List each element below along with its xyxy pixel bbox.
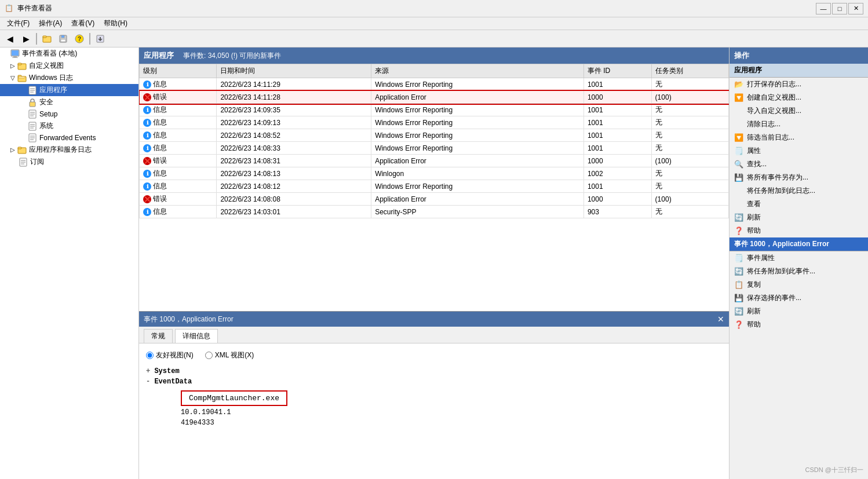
sidebar-item-security[interactable]: 安全 bbox=[0, 96, 138, 108]
sidebar-item-custom-views[interactable]: ▷ 自定义视图 bbox=[0, 60, 138, 72]
table-row[interactable]: ❌ 错误 2022/6/23 14:08:31 Application Erro… bbox=[140, 155, 729, 167]
table-row[interactable]: ❌ 错误 2022/6/23 14:11:28 Application Erro… bbox=[140, 91, 729, 104]
cell-datetime: 2022/6/23 14:11:28 bbox=[217, 91, 371, 104]
save-button[interactable] bbox=[56, 32, 71, 46]
radio-xml[interactable]: XML 视图(X) bbox=[205, 350, 254, 360]
sidebar-item-application[interactable]: 应用程序 bbox=[0, 84, 138, 96]
sidebar-item-subscriptions[interactable]: 订阅 bbox=[0, 156, 138, 168]
sidebar-label-forwarded-events: Forwarded Events bbox=[39, 134, 96, 142]
help-button[interactable]: ? bbox=[72, 32, 87, 46]
sidebar-item-setup[interactable]: Setup bbox=[0, 108, 138, 120]
cell-task: (100) bbox=[651, 193, 728, 206]
back-button[interactable]: ◀ bbox=[2, 32, 17, 46]
eventdata-label: EventData bbox=[154, 378, 192, 386]
table-row[interactable]: ℹ 信息 2022/6/23 14:08:33 Windows Error Re… bbox=[140, 142, 729, 155]
value1: 10.0.19041.1 bbox=[181, 408, 231, 416]
table-row[interactable]: ℹ 信息 2022/6/23 14:08:13 Winlogon 1002 无 bbox=[140, 167, 729, 180]
info-icon: ℹ bbox=[143, 131, 151, 140]
sidebar-item-system[interactable]: 系统 bbox=[0, 120, 138, 132]
export-button[interactable] bbox=[93, 32, 108, 46]
action-icon-copy: 📋 bbox=[734, 280, 743, 290]
action-item-attach-task-to-event[interactable]: 🔄将任务附加到此事件... bbox=[730, 265, 868, 278]
cell-source: Windows Error Reporting bbox=[371, 142, 584, 155]
table-row[interactable]: ℹ 信息 2022/6/23 14:11:29 Windows Error Re… bbox=[140, 78, 729, 91]
col-header-datetime[interactable]: 日期和时间 bbox=[217, 64, 371, 78]
cell-level: ℹ 信息 bbox=[140, 206, 217, 218]
action-item-clear-log[interactable]: 清除日志... bbox=[730, 118, 868, 131]
action-label-help2: 帮助 bbox=[747, 320, 761, 330]
cell-level: ℹ 信息 bbox=[140, 180, 217, 193]
cell-level: ℹ 信息 bbox=[140, 129, 217, 142]
open-folder-button[interactable] bbox=[39, 32, 54, 46]
eventdata-expand[interactable]: - bbox=[146, 378, 150, 386]
sidebar-label-windows-logs: Windows 日志 bbox=[29, 73, 73, 83]
menu-action[interactable]: 操作(A) bbox=[34, 17, 67, 30]
info-icon: ℹ bbox=[143, 170, 151, 178]
cell-datetime: 2022/6/23 14:09:35 bbox=[217, 104, 371, 116]
radio-xml-label: XML 视图(X) bbox=[215, 350, 254, 360]
cell-eventid: 1001 bbox=[583, 142, 651, 155]
maximize-button[interactable]: □ bbox=[832, 3, 847, 14]
col-header-level[interactable]: 级别 bbox=[140, 64, 217, 78]
action-icon-properties: 🗒️ bbox=[734, 147, 743, 156]
title-bar-text: 事件查看器 bbox=[17, 3, 816, 13]
event-table: 级别 日期和时间 来源 事件 ID 任务类别 ℹ 信息 2022/6/23 14… bbox=[139, 64, 729, 311]
cell-task: 无 bbox=[651, 167, 728, 180]
tab-details[interactable]: 详细信息 bbox=[175, 329, 218, 343]
sidebar-item-windows-logs[interactable]: ▽ Windows 日志 bbox=[0, 72, 138, 84]
sidebar-item-app-service-logs[interactable]: ▷ 应用程序和服务日志 bbox=[0, 144, 138, 156]
col-header-eventid[interactable]: 事件 ID bbox=[583, 64, 651, 78]
toolbar-separator-1 bbox=[36, 33, 37, 45]
action-item-help2[interactable]: ❓帮助 bbox=[730, 318, 868, 331]
radio-friendly[interactable]: 友好视图(N) bbox=[146, 350, 194, 360]
action-item-event-properties[interactable]: 🗒️事件属性 bbox=[730, 251, 868, 265]
action-label-help: 帮助 bbox=[747, 226, 761, 236]
detail-close-button[interactable]: ✕ bbox=[717, 315, 724, 324]
table-row[interactable]: ℹ 信息 2022/6/23 14:08:52 Windows Error Re… bbox=[140, 129, 729, 142]
action-item-filter-log[interactable]: 🔽筛选当前日志... bbox=[730, 131, 868, 144]
action-item-create-custom-view[interactable]: 🔽创建自定义视图... bbox=[730, 91, 868, 104]
cell-eventid: 1001 bbox=[583, 104, 651, 116]
tab-general[interactable]: 常规 bbox=[144, 329, 173, 343]
log-icon-forwarded bbox=[28, 133, 37, 142]
action-item-help[interactable]: ❓帮助 bbox=[730, 224, 868, 237]
col-header-source[interactable]: 来源 bbox=[371, 64, 584, 78]
minimize-button[interactable]: — bbox=[816, 3, 831, 14]
system-expand[interactable]: + bbox=[146, 367, 150, 375]
close-button[interactable]: ✕ bbox=[848, 3, 863, 14]
action-item-refresh[interactable]: 🔄刷新 bbox=[730, 211, 868, 224]
cell-level: ❌ 错误 bbox=[140, 193, 217, 206]
table-row[interactable]: ℹ 信息 2022/6/23 14:09:35 Windows Error Re… bbox=[140, 104, 729, 116]
table-row[interactable]: ℹ 信息 2022/6/23 14:09:13 Windows Error Re… bbox=[140, 116, 729, 129]
action-item-open-saved-log[interactable]: 📂打开保存的日志... bbox=[730, 78, 868, 91]
folder-closed-icon-2 bbox=[17, 145, 27, 155]
action-item-refresh2[interactable]: 🔄刷新 bbox=[730, 305, 868, 318]
menu-file[interactable]: 文件(F) bbox=[2, 17, 34, 30]
menu-help[interactable]: 帮助(H) bbox=[99, 17, 132, 30]
action-item-save-all-events-as[interactable]: 💾将所有事件另存为... bbox=[730, 171, 868, 184]
log-icon-application bbox=[28, 86, 37, 95]
radio-friendly-input[interactable] bbox=[146, 352, 154, 359]
action-item-find[interactable]: 🔍查找... bbox=[730, 158, 868, 171]
action-item-view[interactable]: 查看 bbox=[730, 198, 868, 211]
cell-level: ℹ 信息 bbox=[140, 78, 217, 91]
table-row[interactable]: ℹ 信息 2022/6/23 14:08:12 Windows Error Re… bbox=[140, 180, 729, 193]
sidebar-item-forwarded-events[interactable]: Forwarded Events bbox=[0, 132, 138, 144]
detail-content: 友好视图(N) XML 视图(X) + System - EventData bbox=[139, 343, 729, 479]
action-item-save-selected-events[interactable]: 💾保存选择的事件... bbox=[730, 291, 868, 305]
table-row[interactable]: ℹ 信息 2022/6/23 14:03:01 Security-SPP 903… bbox=[140, 206, 729, 218]
radio-xml-input[interactable] bbox=[205, 352, 213, 359]
cell-datetime: 2022/6/23 14:08:33 bbox=[217, 142, 371, 155]
sidebar-item-event-viewer-local[interactable]: 事件查看器 (本地) bbox=[0, 47, 138, 60]
action-item-copy[interactable]: 📋复制 bbox=[730, 278, 868, 291]
action-item-attach-task-to-log[interactable]: 将任务附加到此日志... bbox=[730, 184, 868, 198]
cell-source: Windows Error Reporting bbox=[371, 116, 584, 129]
menu-view[interactable]: 查看(V) bbox=[67, 17, 99, 30]
forward-button[interactable]: ▶ bbox=[19, 32, 34, 46]
cell-datetime: 2022/6/23 14:08:12 bbox=[217, 180, 371, 193]
table-row[interactable]: ❌ 错误 2022/6/23 14:08:08 Application Erro… bbox=[140, 193, 729, 206]
action-item-properties[interactable]: 🗒️属性 bbox=[730, 144, 868, 158]
action-label-open-saved-log: 打开保存的日志... bbox=[747, 79, 801, 89]
action-item-import-custom-view[interactable]: 导入自定义视图... bbox=[730, 104, 868, 118]
col-header-task[interactable]: 任务类别 bbox=[651, 64, 728, 78]
